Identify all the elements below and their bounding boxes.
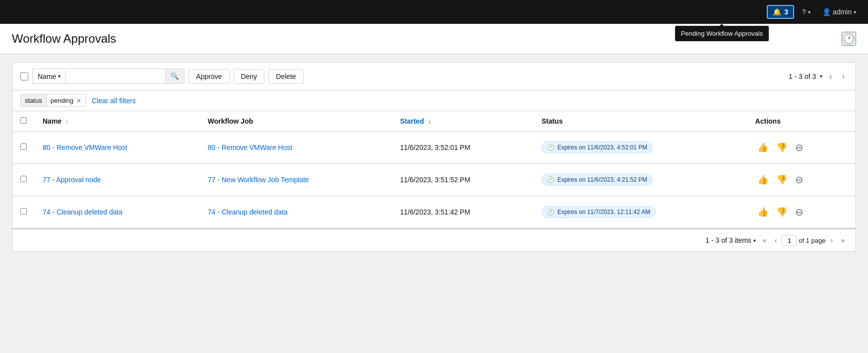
row-status: 🕐 Expires on 11/6/2023, 4:52:01 PM	[534, 132, 747, 164]
search-icon: 🔍	[171, 72, 179, 80]
table-row: 80 - Remove VMWare Host 80 - Remove VMWa…	[12, 132, 856, 164]
search-dropdown-label: Name	[38, 72, 56, 80]
row-workflow-job-link[interactable]: 77 - New Workflow Job Template	[208, 176, 309, 184]
search-dropdown-icon: ▾	[58, 73, 61, 79]
row-status: 🕐 Expires on 11/6/2023, 4:21:52 PM	[534, 164, 747, 196]
nav-controls: « ‹ of 1 page › »	[760, 234, 848, 246]
row-workflow-job: 74 - Cleanup deleted data	[200, 196, 392, 228]
approve-icon-button[interactable]: 👍	[755, 205, 770, 219]
table-row: 74 - Cleanup deleted data 74 - Cleanup d…	[12, 196, 856, 228]
page-input[interactable]	[782, 235, 797, 246]
deny-circle-icon: ⊖	[795, 174, 804, 186]
thumbdown-icon: 👎	[776, 174, 787, 185]
table-container: Name ↕ Workflow Job Started ↓ Status Act	[12, 111, 856, 229]
bell-icon: 🔔	[773, 8, 781, 16]
row-name-link[interactable]: 74 - Cleanup deleted data	[43, 208, 123, 216]
pagination-info: 1 - 3 of 3 ▾ ‹ ›	[789, 70, 848, 83]
row-checkbox-0[interactable]	[20, 143, 27, 150]
thumbup-icon: 👍	[757, 174, 768, 185]
last-page-button[interactable]: »	[838, 234, 848, 246]
row-started: 11/6/2023, 3:51:52 PM	[392, 164, 533, 196]
deny-circle-icon: ⊖	[795, 141, 804, 153]
clock-icon: 🕐	[547, 209, 555, 215]
row-actions: 👍 👎 ⊖	[747, 196, 856, 228]
table-header-row: Name ↕ Workflow Job Started ↓ Status Act	[12, 111, 856, 132]
user-menu-button[interactable]: 👤 admin ▾	[818, 6, 860, 18]
search-button[interactable]: 🔍	[165, 69, 184, 83]
help-button[interactable]: ? ▾	[798, 6, 814, 18]
items-per-page: 1 - 3 of 3 items ▾	[705, 236, 756, 244]
thumbdown-icon: 👎	[776, 207, 787, 217]
search-input[interactable]	[66, 70, 165, 83]
row-name: 74 - Cleanup deleted data	[35, 196, 200, 228]
row-name-link[interactable]: 77 - Approval node	[43, 176, 101, 184]
row-checkbox-1[interactable]	[20, 176, 27, 182]
select-all-checkbox[interactable]	[20, 72, 28, 80]
status-badge: 🕐 Expires on 11/7/2023, 12:11:42 AM	[542, 206, 656, 218]
header-name[interactable]: Name ↕	[35, 111, 200, 132]
approve-icon-button[interactable]: 👍	[755, 140, 770, 155]
row-actions: 👍 👎 ⊖	[747, 164, 856, 196]
main-content: Name ▾ 🔍 Approve Deny Delete 1 - 3 of 3 …	[0, 54, 868, 260]
user-icon: 👤	[822, 8, 831, 16]
search-dropdown[interactable]: Name ▾	[33, 70, 66, 83]
next-page-button[interactable]: ›	[839, 70, 848, 83]
name-sort-icon: ↕	[65, 119, 68, 125]
items-info: 1 - 3 of 3 items	[705, 236, 751, 244]
delete-icon-button[interactable]: ⊖	[793, 140, 806, 155]
header-status: Status	[534, 111, 747, 132]
row-checkbox-cell	[12, 164, 35, 196]
row-status: 🕐 Expires on 11/7/2023, 12:11:42 AM	[534, 196, 747, 228]
action-icons: 👍 👎 ⊖	[755, 204, 848, 220]
prev-page-button[interactable]: ‹	[826, 70, 835, 83]
items-dropdown-icon: ▾	[753, 238, 756, 243]
approvals-table: Name ↕ Workflow Job Started ↓ Status Act	[12, 111, 856, 228]
first-page-button[interactable]: «	[760, 234, 770, 246]
filter-value: pending ✕	[47, 95, 85, 106]
action-icons: 👍 👎 ⊖	[755, 140, 848, 155]
header-checkbox[interactable]	[20, 117, 27, 124]
notification-count: 3	[784, 8, 788, 16]
filter-key-label: status	[21, 95, 47, 106]
deny-icon-button[interactable]: 👎	[774, 205, 789, 219]
row-workflow-job-link[interactable]: 74 - Cleanup deleted data	[208, 208, 288, 216]
deny-icon-button[interactable]: 👎	[774, 172, 789, 187]
row-workflow-job: 77 - New Workflow Job Template	[200, 164, 392, 196]
thumbup-icon: 👍	[757, 142, 768, 153]
thumbdown-icon: 👎	[776, 142, 787, 153]
prev-page-btn[interactable]: ‹	[772, 234, 780, 246]
approve-button[interactable]: Approve	[188, 69, 229, 84]
filter-close-button[interactable]: ✕	[76, 97, 81, 104]
row-name-link[interactable]: 80 - Remove VMWare Host	[43, 143, 127, 151]
row-checkbox-2[interactable]	[20, 208, 27, 214]
filter-bar: status pending ✕ Clear all filters	[12, 90, 856, 111]
row-workflow-job: 80 - Remove VMWare Host	[200, 132, 392, 164]
help-icon: ?	[802, 8, 806, 16]
clear-filters-button[interactable]: Clear all filters	[90, 95, 138, 107]
navbar: 🔔 3 ? ▾ 👤 admin ▾ Pending Workflow Appro…	[0, 0, 868, 24]
row-actions: 👍 👎 ⊖	[747, 132, 856, 164]
next-page-btn[interactable]: ›	[828, 234, 836, 246]
row-workflow-job-link[interactable]: 80 - Remove VMWare Host	[208, 143, 293, 151]
delete-icon-button[interactable]: ⊖	[793, 204, 806, 220]
delete-button[interactable]: Delete	[268, 69, 303, 84]
header-checkbox-cell	[12, 111, 35, 132]
approve-icon-button[interactable]: 👍	[755, 172, 770, 187]
notification-button[interactable]: 🔔 3	[767, 5, 794, 19]
deny-button[interactable]: Deny	[234, 69, 265, 84]
delete-icon-button[interactable]: ⊖	[793, 172, 806, 188]
status-filter-chip: status pending ✕	[20, 94, 86, 107]
deny-icon-button[interactable]: 👎	[774, 140, 789, 155]
page-of-text: of 1 page	[799, 237, 825, 244]
help-dropdown-icon: ▾	[808, 9, 810, 15]
bottom-pagination: 1 - 3 of 3 items ▾ « ‹ of 1 page › »	[12, 229, 856, 252]
row-name: 80 - Remove VMWare Host	[35, 132, 200, 164]
page-title: Workflow Approvals	[12, 32, 116, 46]
header-started[interactable]: Started ↓	[392, 111, 533, 132]
history-button[interactable]: 🕐	[842, 32, 856, 46]
action-icons: 👍 👎 ⊖	[755, 172, 848, 188]
clock-icon: 🕐	[547, 144, 555, 151]
pagination-dropdown-icon: ▾	[820, 73, 822, 79]
user-label: admin	[833, 8, 852, 16]
clock-icon: 🕐	[547, 176, 555, 183]
